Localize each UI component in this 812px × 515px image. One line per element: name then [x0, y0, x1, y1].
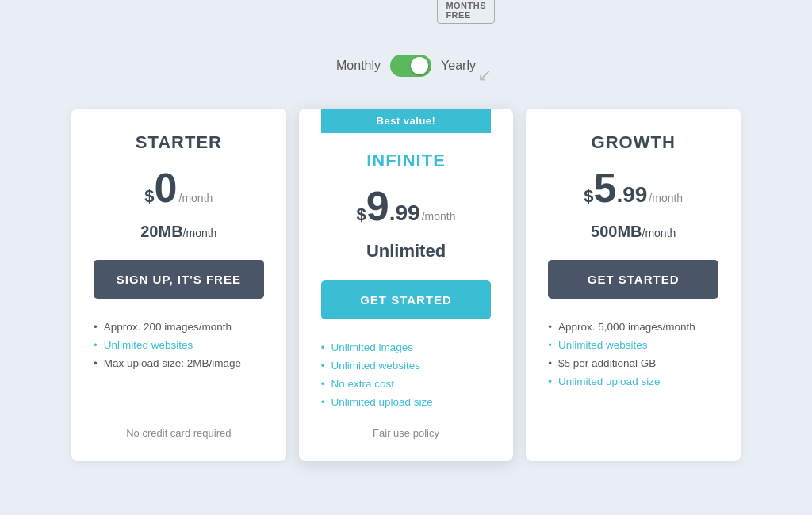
price-period: /month	[179, 192, 213, 204]
price-row: $ 0 /month	[144, 167, 213, 208]
price-row: $ 9 .99 /month	[357, 185, 456, 227]
price-decimal: .99	[616, 182, 647, 208]
price-amount: 0	[155, 167, 178, 208]
curly-arrow-icon: ↙	[477, 65, 492, 86]
cta-button[interactable]: GET STARTED	[548, 260, 718, 299]
pricing-card-growth: GROWTH $ 5 .99 /month 500MB/month GET ST…	[526, 109, 741, 461]
plan-name: STARTER	[136, 132, 222, 153]
price-dollar: $	[357, 204, 366, 225]
yearly-section: Yearly 2 MONTHS FREE ↙	[431, 59, 476, 73]
plan-name: INFINITE	[366, 151, 446, 171]
price-amount: 5	[593, 167, 616, 208]
months-free-badge: 2 MONTHS FREE	[437, 0, 495, 24]
feature-item: Max upload size: 2MB/image	[94, 354, 264, 372]
feature-item: Approx. 5,000 images/month	[548, 318, 718, 336]
pricing-cards: STARTER $ 0 /month 20MB/month SIGN UP, I…	[65, 109, 747, 461]
page-container: Monthly Yearly 2 MONTHS FREE ↙ STARTER $…	[0, 0, 812, 515]
feature-item: Approx. 200 images/month	[94, 318, 264, 336]
feature-item: $5 per additional GB	[548, 354, 718, 372]
feature-item: Unlimited images	[321, 338, 492, 357]
best-value-banner: Best value!	[321, 109, 492, 133]
price-period: /month	[649, 192, 683, 204]
price-dollar: $	[584, 186, 593, 207]
pricing-card-infinite: Best value!INFINITE $ 9 .99 /month Unlim…	[299, 109, 514, 461]
feature-item: Unlimited upload size	[321, 393, 492, 411]
yearly-label: Yearly	[441, 59, 476, 72]
feature-item: No extra cost	[321, 375, 492, 393]
feature-item: Unlimited websites	[548, 336, 718, 354]
feature-item: Unlimited websites	[94, 336, 264, 354]
monthly-label: Monthly	[336, 59, 381, 73]
cta-button[interactable]: GET STARTED	[321, 280, 492, 319]
price-decimal: .99	[389, 200, 420, 226]
price-period: /month	[422, 210, 456, 223]
feature-item: Unlimited upload size	[548, 372, 718, 391]
toggle-track	[390, 55, 431, 77]
billing-toggle-section: Monthly Yearly 2 MONTHS FREE ↙	[336, 55, 476, 77]
price-dollar: $	[144, 186, 154, 207]
features-list: Approx. 5,000 images/monthUnlimited webs…	[548, 318, 718, 391]
toggle-thumb	[411, 57, 428, 74]
features-list: Approx. 200 images/monthUnlimited websit…	[94, 318, 264, 372]
card-footer: No credit card required	[126, 411, 231, 439]
price-row: $ 5 .99 /month	[584, 167, 683, 208]
billing-toggle[interactable]	[390, 55, 431, 77]
pricing-card-starter: STARTER $ 0 /month 20MB/month SIGN UP, I…	[71, 109, 286, 461]
price-amount: 9	[366, 185, 389, 227]
cta-button[interactable]: SIGN UP, IT'S FREE	[94, 260, 264, 299]
plan-name: GROWTH	[592, 132, 676, 153]
storage-display: Unlimited	[366, 241, 446, 261]
storage-unit: /month	[183, 227, 217, 239]
storage-display: 500MB/month	[591, 223, 676, 241]
card-footer: Fair use policy	[373, 411, 439, 439]
storage-display: 20MB/month	[140, 223, 216, 241]
features-list: Unlimited imagesUnlimited websitesNo ext…	[321, 338, 492, 411]
storage-unit: /month	[642, 227, 676, 239]
feature-item: Unlimited websites	[321, 357, 492, 375]
